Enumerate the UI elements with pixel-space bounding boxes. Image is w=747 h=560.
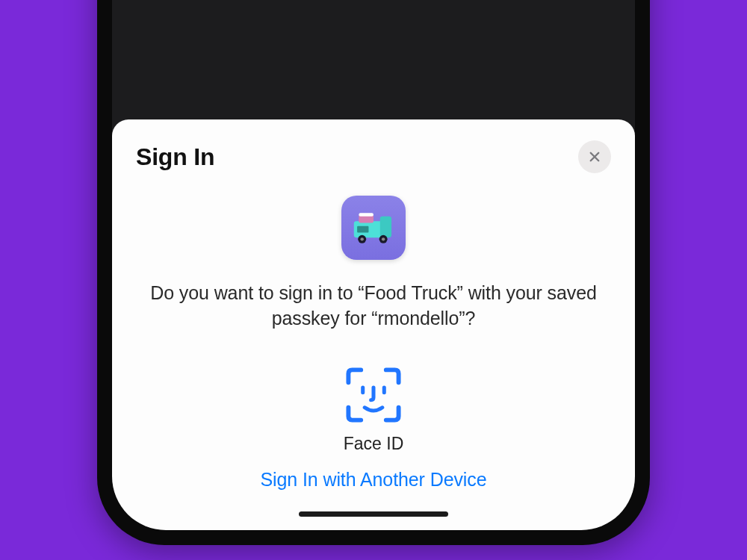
svg-point-6 — [361, 237, 364, 240]
home-indicator[interactable] — [299, 511, 448, 517]
signin-another-device-link[interactable]: Sign In with Another Device — [260, 469, 486, 491]
sheet-title: Sign In — [136, 143, 214, 171]
signin-prompt: Do you want to sign in to “Food Truck” w… — [136, 281, 611, 332]
svg-rect-4 — [357, 226, 368, 233]
faceid-icon[interactable] — [342, 364, 405, 426]
close-icon — [588, 150, 601, 164]
close-button[interactable] — [578, 140, 611, 173]
app-icon — [341, 196, 406, 260]
svg-point-8 — [382, 237, 385, 240]
food-truck-icon — [347, 202, 400, 254]
faceid-label: Face ID — [344, 434, 404, 454]
phone-screen: Sign In — [112, 0, 635, 530]
svg-rect-3 — [359, 213, 374, 216]
faceid-block: Face ID Sign In with Another Device — [136, 364, 611, 517]
signin-sheet: Sign In — [112, 119, 635, 530]
sheet-header: Sign In — [136, 140, 611, 173]
svg-rect-1 — [380, 217, 391, 237]
phone-frame: Sign In — [97, 0, 650, 545]
